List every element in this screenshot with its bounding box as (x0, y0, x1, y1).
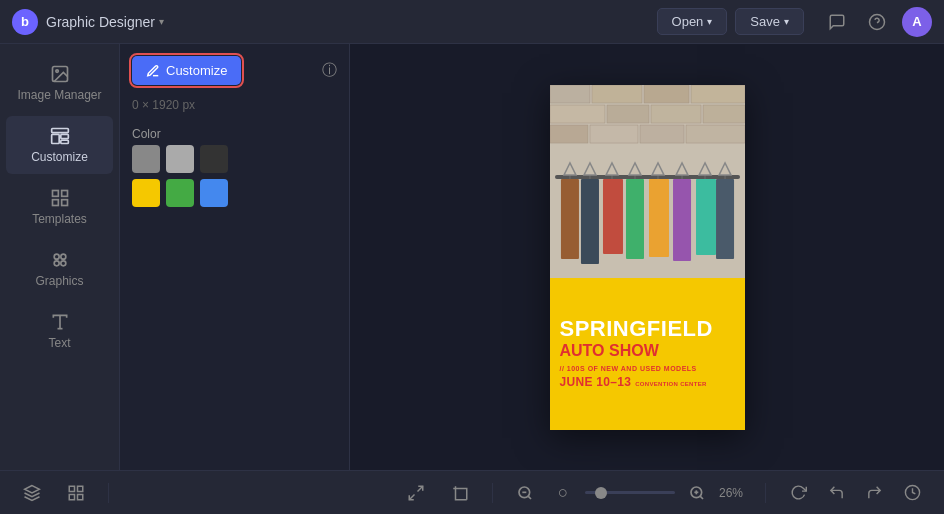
color-section: Color (132, 123, 337, 207)
main-layout: Image Manager Customize Templates (0, 44, 944, 470)
canvas-area: SPRINGFIELD AUTO SHOW // 100S OF NEW AND… (350, 44, 944, 470)
panel-header: Customize ⓘ (132, 56, 337, 85)
zoom-slider[interactable] (585, 491, 675, 494)
undo-icon (828, 484, 845, 501)
grid-icon (67, 484, 85, 502)
zoom-out-icon (517, 485, 533, 501)
zoom-percent: 26% (719, 486, 749, 500)
svg-rect-22 (691, 85, 745, 103)
user-avatar[interactable]: A (902, 7, 932, 37)
svg-rect-7 (60, 140, 68, 143)
color-swatch-5[interactable] (200, 179, 228, 207)
poster-photo (550, 85, 745, 285)
svg-marker-56 (25, 485, 40, 493)
help-icon (868, 13, 886, 31)
grid-button[interactable] (60, 477, 92, 509)
layers-button[interactable] (16, 477, 48, 509)
svg-rect-21 (643, 85, 688, 103)
svg-rect-59 (78, 494, 83, 499)
svg-rect-25 (651, 105, 701, 123)
svg-rect-10 (61, 200, 67, 206)
fit-button[interactable] (400, 477, 432, 509)
poster-photo-svg (550, 85, 745, 285)
layers-icon (23, 484, 41, 502)
svg-rect-29 (639, 125, 683, 143)
sidebar-item-customize[interactable]: Customize (6, 116, 113, 174)
separator-2 (492, 483, 493, 503)
svg-rect-30 (686, 125, 745, 143)
zoom-in-icon (689, 485, 705, 501)
customize-icon (50, 126, 70, 146)
poster-container[interactable]: SPRINGFIELD AUTO SHOW // 100S OF NEW AND… (550, 85, 745, 430)
svg-rect-43 (625, 179, 643, 259)
svg-rect-58 (78, 486, 83, 491)
sidebar-item-text[interactable]: Text (6, 302, 113, 360)
refresh-icon (790, 484, 807, 501)
bottom-toolbar: ○ 26% (0, 470, 944, 514)
panel-info-icon[interactable]: ⓘ (322, 61, 337, 80)
sidebar-item-graphics[interactable]: Graphics (6, 240, 113, 298)
svg-rect-8 (52, 191, 58, 197)
svg-rect-19 (550, 85, 590, 103)
svg-line-64 (528, 496, 531, 499)
color-swatch-2[interactable] (200, 145, 228, 173)
app-name-chevron-icon: ▾ (159, 16, 164, 27)
save-chevron-icon: ▾ (784, 16, 789, 27)
svg-rect-24 (606, 105, 648, 123)
svg-line-67 (700, 496, 703, 499)
topbar-icons: A (822, 7, 932, 37)
poster-title-sub: AUTO SHOW (560, 342, 735, 360)
panel-size: 0 × 1920 px (132, 95, 337, 113)
history-button[interactable] (896, 477, 928, 509)
open-button[interactable]: Open ▾ (657, 8, 728, 35)
chat-icon-button[interactable] (822, 7, 852, 37)
color-swatch-1[interactable] (166, 145, 194, 173)
sidebar-item-image-manager[interactable]: Image Manager (6, 54, 113, 112)
svg-rect-49 (673, 179, 691, 261)
separator-1 (108, 483, 109, 503)
svg-rect-4 (51, 129, 68, 133)
chat-icon (828, 13, 846, 31)
graphics-icon (50, 250, 70, 270)
fit-icon (407, 484, 425, 502)
bottom-right-buttons (782, 477, 928, 509)
zoom-in-button[interactable] (681, 477, 713, 509)
poster-bottom: SPRINGFIELD AUTO SHOW // 100S OF NEW AND… (550, 278, 745, 430)
redo-button[interactable] (858, 477, 890, 509)
refresh-button[interactable] (782, 477, 814, 509)
color-swatch-4[interactable] (166, 179, 194, 207)
svg-rect-46 (649, 179, 669, 257)
color-swatch-0[interactable] (132, 145, 160, 173)
svg-rect-27 (550, 125, 588, 143)
customize-template-button[interactable]: Customize (132, 56, 241, 85)
poster-tagline: // 100S OF NEW AND USED MODELS (560, 365, 735, 372)
help-icon-button[interactable] (862, 7, 892, 37)
svg-rect-31 (554, 175, 739, 179)
sidebar-item-templates[interactable]: Templates (6, 178, 113, 236)
poster-date: JUNE 10–13 (560, 375, 632, 389)
svg-line-62 (409, 494, 414, 499)
svg-rect-37 (580, 179, 598, 264)
svg-point-15 (60, 261, 65, 266)
topbar: b Graphic Designer ▾ Open ▾ Save ▾ A (0, 0, 944, 44)
zoom-reset-button[interactable]: ○ (547, 477, 579, 509)
redo-icon (866, 484, 883, 501)
poster-date-sub: CONVENTION CENTER (635, 381, 706, 387)
svg-rect-28 (589, 125, 637, 143)
zoom-out-button[interactable] (509, 477, 541, 509)
svg-point-3 (55, 70, 58, 73)
svg-rect-5 (51, 134, 59, 143)
open-chevron-icon: ▾ (707, 16, 712, 27)
zoom-controls: ○ 26% (509, 477, 749, 509)
color-swatches (132, 145, 337, 207)
save-button[interactable]: Save ▾ (735, 8, 804, 35)
poster-title-main: SPRINGFIELD (560, 318, 735, 340)
separator-3 (765, 483, 766, 503)
crop-icon (451, 484, 469, 502)
crop-button[interactable] (444, 477, 476, 509)
undo-button[interactable] (820, 477, 852, 509)
color-swatch-3[interactable] (132, 179, 160, 207)
svg-rect-11 (52, 200, 58, 206)
svg-rect-57 (69, 486, 74, 491)
app-name-button[interactable]: Graphic Designer ▾ (46, 14, 164, 30)
